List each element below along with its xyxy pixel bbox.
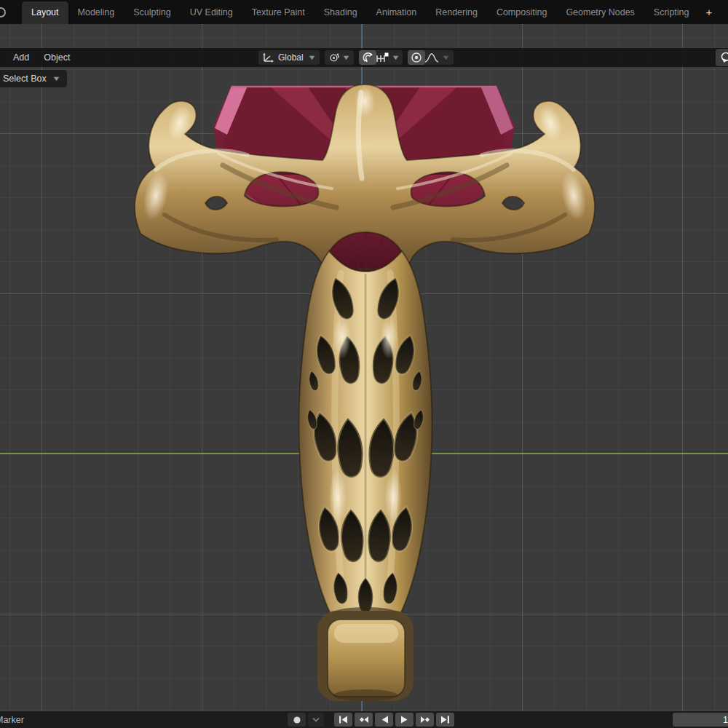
chevron-down-icon (312, 717, 320, 722)
orientation-label: Global (277, 52, 305, 63)
add-menu[interactable]: Add (6, 50, 36, 66)
tab-uv-editing[interactable]: UV Editing (181, 1, 242, 24)
play-reverse-icon (380, 716, 389, 724)
viewport-header-cluster: Global ▼ ▼ (258, 50, 454, 65)
snap-controls: ▼ (359, 50, 403, 65)
object-menu[interactable]: Object (36, 50, 77, 66)
tab-rendering[interactable]: Rendering (426, 1, 487, 24)
tab-scripting[interactable]: Scripting (644, 1, 699, 24)
chevron-down-icon: ▼ (389, 54, 400, 61)
play-button[interactable] (395, 713, 414, 727)
previous-keyframe-button[interactable] (355, 713, 373, 727)
marker-menu[interactable]: Marker (0, 713, 30, 727)
next-keyframe-button[interactable] (416, 713, 434, 727)
tab-sculpting[interactable]: Sculpting (124, 1, 180, 24)
pivot-point-dropdown[interactable]: ▼ (325, 50, 354, 65)
active-tool-label: Select Box (1, 74, 48, 84)
viewport-3d[interactable]: Add Object Global ▼ (0, 24, 728, 711)
add-workspace-button[interactable]: + (699, 1, 720, 24)
chevron-down-icon: ▼ (440, 54, 451, 61)
proportional-editing-toggle[interactable] (408, 50, 425, 65)
chevron-down-icon: ▼ (51, 75, 62, 82)
tab-compositing[interactable]: Compositing (487, 1, 556, 24)
blender-logo-icon[interactable] (0, 7, 6, 17)
viewport-header: Add Object Global ▼ (0, 48, 728, 67)
next-keyframe-icon (420, 716, 430, 724)
tab-animation[interactable]: Animation (367, 1, 427, 24)
proportional-editing-controls: ▼ (408, 50, 454, 65)
proportional-editing-icon (411, 52, 422, 63)
tab-layout[interactable]: Layout (22, 1, 68, 24)
current-frame-field[interactable]: 1 (673, 713, 728, 727)
gizmos-icon[interactable] (716, 49, 728, 66)
active-tool-dropdown[interactable]: Select Box ▼ (0, 70, 67, 87)
workspace-tabs: Layout Modeling Sculpting UV Editing Tex… (22, 0, 719, 24)
topbar: Layout Modeling Sculpting UV Editing Tex… (0, 0, 728, 24)
chevron-down-icon: ▼ (340, 54, 351, 61)
play-reverse-button[interactable] (375, 713, 393, 727)
tab-geometry-nodes[interactable]: Geometry Nodes (556, 1, 644, 24)
timeline-bar: Marker (0, 711, 728, 728)
tab-modeling[interactable]: Modeling (68, 1, 124, 24)
tab-texture-paint[interactable]: Texture Paint (242, 1, 314, 24)
snap-toggle-button[interactable] (359, 50, 376, 65)
jump-to-start-button[interactable] (334, 713, 352, 727)
ring-band[interactable] (298, 251, 432, 622)
auto-keyframe-button[interactable] (288, 713, 306, 727)
play-icon (400, 716, 409, 724)
playback-controls (288, 713, 454, 727)
snap-increment-icon[interactable] (376, 52, 389, 63)
blender-window: Layout Modeling Sculpting UV Editing Tex… (0, 0, 728, 728)
magnet-icon (362, 52, 373, 63)
previous-keyframe-icon (359, 716, 369, 724)
keying-options-button[interactable] (308, 713, 324, 727)
chevron-down-icon: ▼ (306, 54, 317, 61)
pivot-point-icon (328, 52, 339, 63)
jump-to-start-icon (339, 716, 348, 724)
ring-model[interactable] (0, 24, 728, 711)
transform-orientation-icon (262, 52, 274, 63)
auto-keyframe-icon (293, 716, 301, 724)
jump-to-end-button[interactable] (436, 713, 454, 727)
tab-shading[interactable]: Shading (314, 1, 367, 24)
ring-base-cube[interactable] (317, 607, 414, 701)
transform-orientation-dropdown[interactable]: Global ▼ (258, 50, 320, 65)
jump-to-end-icon (440, 716, 450, 724)
falloff-curve-icon[interactable] (424, 52, 439, 63)
